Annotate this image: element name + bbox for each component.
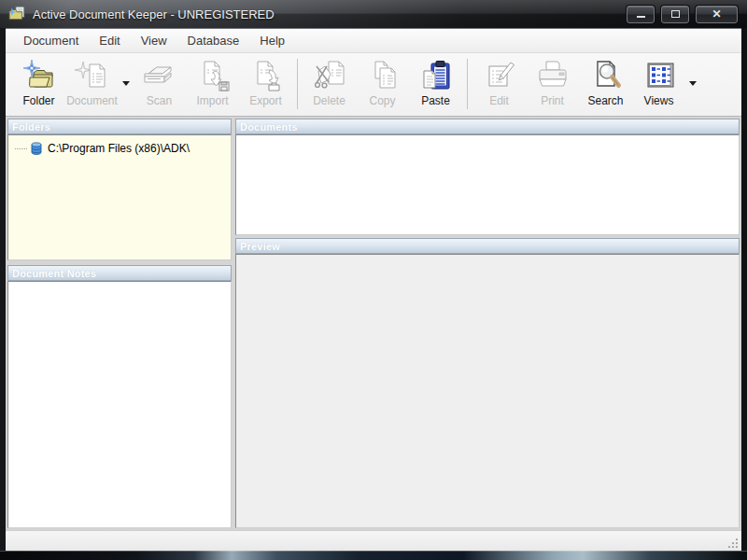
tree-item[interactable]: C:\Program Files (x86)\ADK\ [8,140,231,157]
export-icon [247,58,285,93]
preview-area [235,254,740,528]
toolbar-button-label: Scan [147,94,172,107]
window-bottom-border [0,551,747,560]
import-icon [194,58,232,93]
toolbar-button-paste[interactable]: Paste [409,56,462,114]
toolbar-button-label: Document [66,94,118,107]
document-notes-panel: Document Notes [7,265,232,528]
tree-item-label: C:\Program Files (x86)\ADK\ [48,142,190,155]
search-icon [587,58,625,93]
new-folder-icon [21,58,58,93]
chevron-down-icon [122,81,130,86]
print-icon [534,58,571,93]
edit-icon [481,58,518,93]
menu-item-view[interactable]: View [131,29,177,52]
toolbar-button-label: Import [196,94,228,107]
maximize-icon [671,10,680,18]
folders-panel-header: Folders [7,119,232,134]
menu-item-document[interactable]: Document [13,29,89,52]
title-bar[interactable]: Active Document Keeper - UNREGISTERED ✕ [0,0,747,28]
toolbar-separator [297,59,298,109]
toolbar-button-label: Export [249,94,282,107]
toolbar-button-export: Export [239,56,292,114]
documents-list[interactable] [235,134,740,235]
toolbar-button-label: Print [541,94,564,107]
document-notes-editor[interactable] [7,281,232,528]
app-window: Active Document Keeper - UNREGISTERED ✕ … [0,0,747,560]
menu-item-database[interactable]: Database [177,29,250,52]
toolbar-button-label: Paste [421,94,450,107]
close-button[interactable]: ✕ [696,6,738,23]
dropdown-arrow-views[interactable] [685,56,699,110]
copy-icon [364,58,402,93]
minimize-button[interactable] [627,6,655,23]
document-notes-header: Document Notes [7,265,232,281]
toolbar-button-scan: Scan [133,56,186,114]
toolbar-button-label: Folder [22,94,54,107]
preview-panel: Preview [235,238,740,528]
right-column: Documents Preview [235,119,740,528]
window-title: Active Document Keeper - UNREGISTERED [33,7,275,21]
folders-tree[interactable]: C:\Program Files (x86)\ADK\ [7,134,232,260]
toolbar-button-folder[interactable]: Folder [12,56,65,114]
toolbar-button-label: Views [644,94,674,107]
database-icon [29,141,44,156]
main-area: Folders C:\Program Files (x86)\ADK\ Docu… [6,117,741,530]
toolbar: Folder Document Scan Import Export Delet… [6,53,741,117]
chevron-down-icon [689,81,697,86]
toolbar-button-views[interactable]: Views [632,56,685,114]
dropdown-arrow-document[interactable] [119,56,133,110]
folders-panel: Folders C:\Program Files (x86)\ADK\ [7,119,232,260]
maximize-button[interactable] [661,6,689,23]
close-icon: ✕ [712,8,721,20]
new-document-icon [74,58,111,93]
preview-panel-header: Preview [235,238,740,254]
toolbar-button-document: Document [65,56,119,114]
documents-panel: Documents [235,119,740,235]
toolbar-button-import: Import [186,56,239,114]
resize-grip-icon[interactable] [727,537,740,549]
left-column: Folders C:\Program Files (x86)\ADK\ Docu… [7,119,232,528]
menu-bar: DocumentEditViewDatabaseHelp [6,29,741,53]
status-bar [6,530,741,551]
toolbar-button-label: Search [587,94,623,107]
toolbar-button-label: Copy [369,94,395,107]
views-icon [641,58,678,93]
toolbar-button-print: Print [526,56,579,114]
menu-item-edit[interactable]: Edit [89,29,130,52]
app-icon [8,6,25,22]
scanner-icon [141,58,178,93]
toolbar-button-copy: Copy [356,56,409,114]
tree-branch-line [15,148,27,149]
paste-icon [417,58,455,93]
minimize-icon [637,16,645,18]
documents-panel-header: Documents [235,119,740,134]
toolbar-button-search[interactable]: Search [579,56,632,114]
window-controls: ✕ [627,6,738,23]
toolbar-button-edit: Edit [472,56,526,114]
toolbar-button-delete: Delete [303,56,356,114]
toolbar-button-label: Edit [489,94,509,107]
menu-item-help[interactable]: Help [249,29,295,52]
toolbar-button-label: Delete [313,94,345,107]
window-content: DocumentEditViewDatabaseHelp Folder Docu… [6,28,741,551]
delete-icon [311,58,348,93]
toolbar-separator [467,59,468,109]
